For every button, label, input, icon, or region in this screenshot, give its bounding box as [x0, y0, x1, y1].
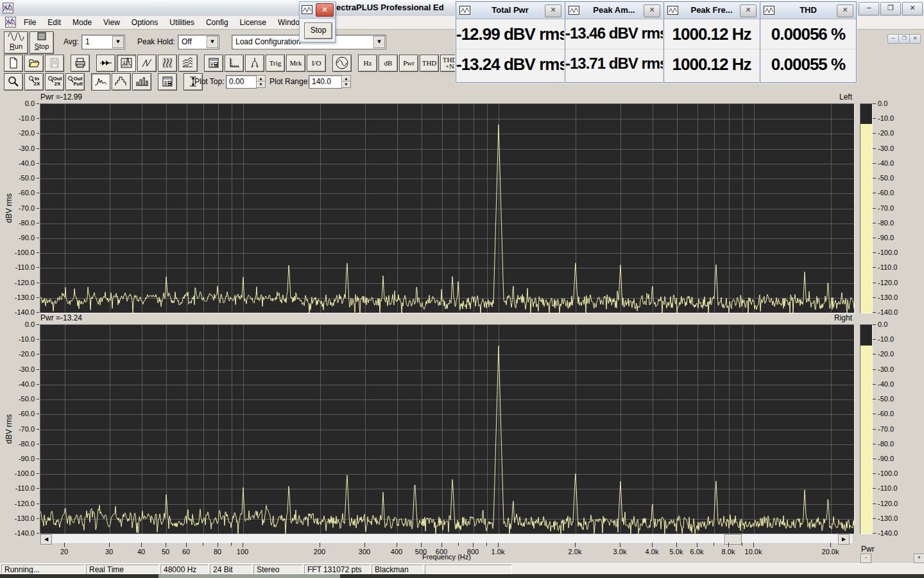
x-major-tick — [498, 543, 499, 547]
print-button[interactable] — [71, 55, 90, 72]
meter-zoom-in-button[interactable]: + — [914, 554, 924, 563]
left-spectrum-plot[interactable] — [40, 103, 855, 313]
thd-button[interactable]: THD — [420, 55, 439, 72]
markers-label: Mrk — [290, 60, 302, 66]
close-icon[interactable]: ✕ — [837, 4, 853, 17]
stop-button[interactable]: Stop — [30, 31, 54, 54]
menu-item-edit[interactable]: Edit — [42, 16, 67, 29]
plot-top-spinner[interactable]: ▲ ▼ — [256, 75, 264, 87]
menu-item-utilities[interactable]: Utilities — [164, 16, 200, 29]
open-folder-icon — [28, 57, 40, 69]
y-tick-mark — [37, 312, 39, 313]
chevron-down-icon[interactable]: ▼ — [207, 36, 218, 48]
meter-tick-mark — [873, 252, 876, 253]
peak-hold-select[interactable]: Off ▼ — [178, 35, 219, 49]
stop-dialog-button[interactable]: Stop — [304, 22, 332, 39]
spectrum-grid-icon — [120, 57, 133, 69]
menu-item-view[interactable]: View — [98, 16, 126, 29]
close-icon[interactable]: ✕ — [644, 4, 660, 17]
units-db-button[interactable]: dB — [379, 55, 398, 72]
total-power-panel: Total Pwr ✕ -12.99 dBV rms -13.24 dBV rm… — [456, 1, 565, 83]
panel-title-bar[interactable]: Total Pwr ✕ — [456, 2, 564, 19]
thd-right-value: 0.00055 % — [760, 49, 856, 78]
meter-mode-label: Pwr — [861, 545, 875, 554]
grid-lines — [40, 104, 854, 313]
y-tick-mark — [37, 459, 39, 459]
menu-item-options[interactable]: Options — [126, 16, 164, 29]
right-spectrum-plot[interactable] — [40, 324, 855, 534]
plot-range-input[interactable]: 140.0 — [309, 75, 342, 89]
signal-generator-button[interactable] — [332, 55, 352, 72]
trigger-button[interactable]: Trig — [266, 55, 285, 72]
menu-item-license[interactable]: License — [234, 16, 272, 29]
step-plot-button[interactable] — [112, 73, 131, 91]
run-button[interactable]: Run — [4, 31, 28, 54]
close-icon[interactable]: ✕ — [316, 3, 334, 17]
close-button[interactable]: ✕ — [902, 2, 923, 15]
minimize-button[interactable]: ─ — [859, 2, 879, 15]
zoom-in-2x-label: In 2X — [34, 76, 40, 87]
menu-item-mode[interactable]: Mode — [67, 16, 98, 29]
spectrogram-button[interactable] — [158, 55, 177, 72]
meter-tick-label: -20.0 — [878, 129, 894, 137]
spectrum-button[interactable] — [117, 55, 136, 72]
new-button[interactable] — [4, 55, 23, 72]
line-plot-button[interactable] — [91, 73, 110, 91]
close-icon[interactable]: ✕ — [740, 4, 757, 17]
markers-button[interactable]: Mrk — [286, 55, 305, 72]
input-output-button[interactable]: I/O — [307, 55, 326, 72]
toolbar-separator — [199, 55, 204, 71]
meter-tick-mark — [873, 414, 876, 414]
y-tick-label: -20.0 — [6, 350, 35, 358]
panel-title-bar[interactable]: Peak Fre... ✕ — [664, 2, 759, 19]
zoom-in-2x-button[interactable]: In 2X — [24, 73, 44, 91]
time-series-button[interactable] — [96, 55, 116, 72]
meter-tick-label: -40.0 — [878, 380, 894, 388]
plot-options-button[interactable] — [158, 73, 177, 91]
avg-select[interactable]: 1 ▼ — [81, 35, 125, 49]
units-hz-button[interactable]: Hz — [358, 55, 377, 72]
panel-title-bar[interactable]: Peak Am... ✕ — [565, 2, 663, 19]
spin-down-icon[interactable]: ▼ — [341, 81, 351, 88]
y-tick-label: -50.0 — [6, 395, 35, 403]
chevron-down-icon[interactable]: ▼ — [373, 36, 385, 48]
restore-button[interactable]: ❐ — [880, 2, 901, 15]
plot-range-spinner[interactable]: ▲ ▼ — [341, 75, 350, 87]
bar-plot-button[interactable] — [132, 73, 151, 91]
surface-plot-button[interactable] — [178, 55, 198, 72]
display-options-button[interactable] — [204, 55, 223, 72]
units-pwr-button[interactable]: Pwr — [399, 55, 418, 72]
calipers-button[interactable] — [245, 55, 264, 72]
spin-down-icon[interactable]: ▼ — [256, 81, 266, 88]
meter-tick-label: -30.0 — [878, 365, 894, 373]
meter-headroom — [860, 104, 872, 124]
zoom-button[interactable] — [4, 73, 23, 91]
y-tick-mark — [37, 178, 39, 179]
y-tick-mark — [37, 399, 39, 399]
units-pwr-label: Pwr — [403, 60, 415, 66]
caliper-icon — [248, 57, 261, 69]
stop-dialog-title-bar[interactable]: ✕ — [300, 2, 335, 19]
magnifier-icon — [7, 75, 20, 88]
left-level-meter — [860, 103, 873, 313]
left-power-readout: Pwr =-12.99 — [40, 92, 82, 101]
y-tick-label: -30.0 — [6, 365, 35, 373]
y-tick-label: -10.0 — [6, 114, 35, 122]
x-tick-label: 5.0k — [670, 548, 683, 556]
close-icon[interactable]: ✕ — [545, 4, 561, 17]
zoom-out-full-button[interactable]: Out Full — [65, 73, 85, 91]
meter-zoom-out-button[interactable]: - — [860, 554, 871, 563]
chevron-down-icon[interactable]: ▼ — [112, 36, 124, 48]
plot-top-input[interactable]: 0.00 — [226, 75, 257, 89]
stop-square-icon — [33, 32, 50, 41]
menu-item-config[interactable]: Config — [200, 16, 234, 29]
zoom-out-2x-button[interactable]: Out 2X — [45, 73, 64, 91]
menu-item-file[interactable]: File — [18, 16, 42, 29]
panel-title-bar[interactable]: THD ✕ — [760, 2, 856, 19]
meter-tick-mark — [873, 369, 876, 370]
open-button[interactable] — [24, 55, 44, 72]
y-tick-label: 0.0 — [6, 320, 35, 328]
y-tick-mark — [37, 429, 39, 430]
phase-button[interactable] — [137, 55, 157, 72]
scaling-button[interactable] — [225, 55, 244, 72]
